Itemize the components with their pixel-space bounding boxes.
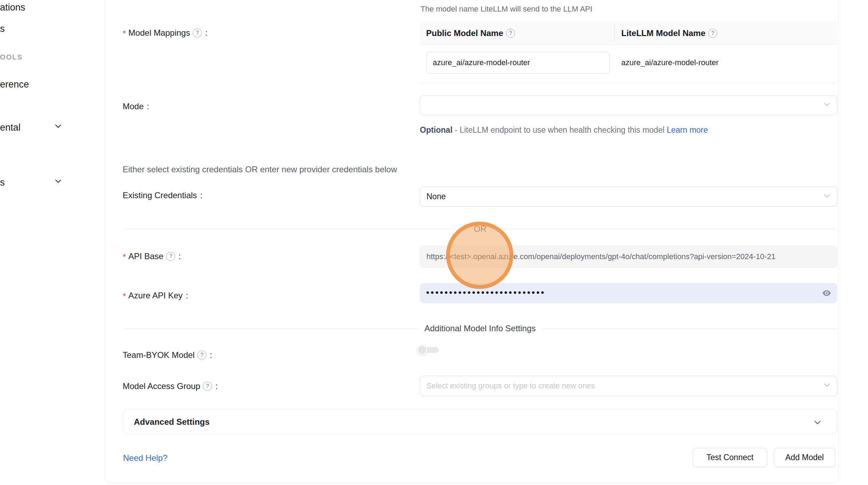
- azure-api-key-label-text: Azure API Key: [128, 291, 183, 300]
- chevron-down-icon[interactable]: [54, 177, 62, 187]
- label-colon: :: [205, 28, 207, 38]
- model-access-group-label-text: Model Access Group: [123, 381, 200, 391]
- chevron-down-icon: [823, 381, 831, 391]
- test-connect-button[interactable]: Test Connect: [693, 448, 767, 467]
- help-circle-icon[interactable]: ?: [166, 252, 175, 261]
- eye-icon[interactable]: [822, 288, 832, 298]
- label-colon: :: [200, 190, 203, 200]
- label-colon: :: [178, 251, 181, 261]
- sidebar-item-ental[interactable]: ental: [0, 122, 21, 133]
- table-row: azure_ai/azure-model-router: [420, 45, 837, 83]
- mode-help-text: Optional - LiteLLM endpoint to use when …: [420, 123, 709, 137]
- advanced-settings-panel[interactable]: Advanced Settings: [123, 409, 837, 434]
- team-byok-toggle[interactable]: [417, 345, 439, 355]
- help-circle-icon[interactable]: ?: [203, 382, 212, 391]
- azure-api-key-label: * Azure API Key :: [123, 291, 188, 300]
- chevron-down-icon: [823, 192, 831, 202]
- sidebar-item-ations[interactable]: ations: [0, 2, 25, 13]
- advanced-settings-title: Advanced Settings: [134, 409, 210, 435]
- mode-label-text: Mode: [123, 102, 144, 111]
- team-byok-label-text: Team-BYOK Model: [123, 350, 194, 360]
- team-byok-label: Team-BYOK Model ? :: [123, 350, 212, 360]
- mode-label: Mode :: [123, 102, 149, 111]
- help-circle-icon[interactable]: ?: [708, 29, 717, 38]
- col-header-text: Public Model Name: [426, 28, 503, 38]
- azure-api-key-input[interactable]: ••••••••••••••••••••••••••: [420, 283, 837, 303]
- col-litellm-model-name: LiteLLM Model Name ?: [621, 22, 717, 45]
- existing-credentials-value: None: [426, 192, 446, 201]
- model-access-group-label: Model Access Group ? :: [123, 381, 218, 391]
- help-circle-icon[interactable]: ?: [197, 351, 206, 360]
- col-header-text: LiteLLM Model Name: [621, 28, 705, 38]
- divider-line: [491, 229, 837, 229]
- api-base-input[interactable]: https://<test>.openai.azure.com/openai/d…: [420, 246, 837, 268]
- model-mappings-label-text: Model Mappings: [128, 28, 190, 38]
- toggle-knob: [417, 345, 428, 355]
- or-divider: OR: [123, 224, 837, 234]
- required-asterisk: *: [123, 291, 126, 301]
- model-access-group-input[interactable]: [426, 381, 805, 390]
- divider-line: [123, 229, 470, 229]
- existing-credentials-select[interactable]: None: [420, 187, 837, 207]
- api-base-label-text: API Base: [128, 251, 163, 261]
- api-base-label: * API Base ? :: [123, 251, 181, 261]
- model-mappings-table: Public Model Name ? LiteLLM Model Name ?…: [420, 22, 837, 83]
- column-divider: [614, 26, 615, 41]
- model-name-hint: The model name LiteLLM will send to the …: [421, 5, 592, 14]
- col-public-model-name: Public Model Name ?: [426, 22, 515, 45]
- existing-credentials-label: Existing Credentials :: [123, 190, 203, 200]
- sidebar-item-s1[interactable]: s: [0, 23, 5, 34]
- public-model-name-input[interactable]: [426, 52, 610, 74]
- optional-bold: Optional: [420, 125, 452, 134]
- sidebar-item-erence[interactable]: erence: [0, 79, 29, 90]
- label-colon: :: [186, 291, 188, 300]
- chevron-down-icon: [823, 100, 831, 111]
- model-access-group-select[interactable]: [420, 376, 837, 396]
- divider-line: [541, 328, 837, 329]
- existing-credentials-label-text: Existing Credentials: [123, 190, 197, 200]
- required-asterisk: *: [123, 29, 126, 39]
- chevron-down-icon[interactable]: [54, 122, 62, 132]
- required-asterisk: *: [123, 252, 126, 262]
- chevron-down-icon: [813, 418, 822, 428]
- help-circle-icon[interactable]: ?: [193, 28, 202, 37]
- sidebar-section-tools: TOOLS: [0, 53, 23, 61]
- model-mappings-label: * Model Mappings ? :: [123, 28, 207, 38]
- sidebar-item-s2[interactable]: s: [0, 177, 5, 188]
- help-circle-icon[interactable]: ?: [506, 29, 515, 38]
- divider-line: [123, 328, 419, 329]
- litellm-model-name-value: azure_ai/azure-model-router: [621, 58, 719, 67]
- label-colon: :: [210, 350, 212, 360]
- mode-select[interactable]: [420, 95, 837, 115]
- additional-settings-divider: Additional Model Info Settings: [123, 324, 837, 333]
- table-header: Public Model Name ? LiteLLM Model Name ?: [420, 22, 837, 45]
- or-divider-text: OR: [470, 224, 491, 234]
- masked-api-key-value: ••••••••••••••••••••••••••: [426, 283, 546, 303]
- optional-text: - LiteLLM endpoint to use when health ch…: [455, 125, 664, 134]
- credentials-note: Either select existing credentials OR en…: [123, 165, 397, 174]
- label-colon: :: [215, 381, 218, 391]
- need-help-link[interactable]: Need Help?: [123, 453, 168, 463]
- additional-settings-divider-text: Additional Model Info Settings: [419, 324, 541, 333]
- learn-more-link[interactable]: Learn more: [667, 125, 708, 134]
- label-colon: :: [147, 102, 149, 111]
- add-model-button[interactable]: Add Model: [774, 448, 835, 467]
